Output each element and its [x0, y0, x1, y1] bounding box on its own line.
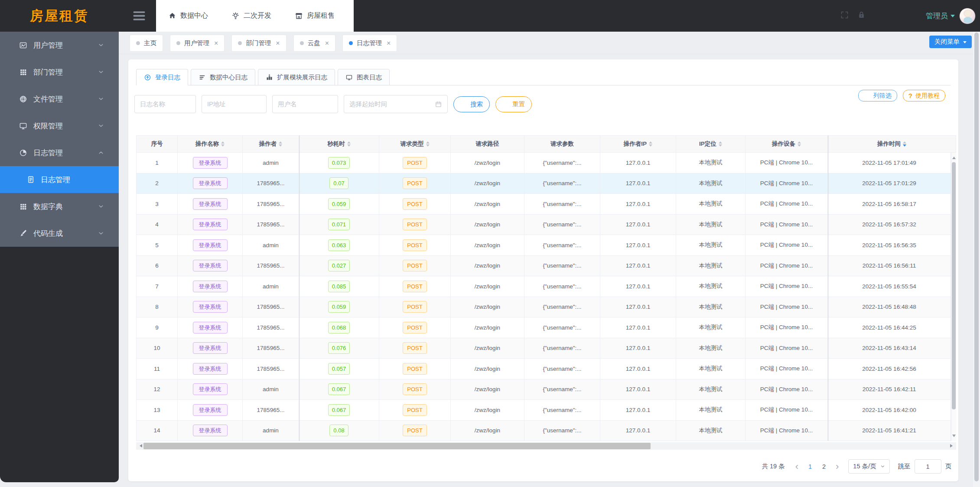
admin-dropdown[interactable]: 管理员	[926, 8, 976, 24]
page-tab-cloud-disk[interactable]: 云盘×	[293, 35, 335, 52]
tag-name: 登录系统	[193, 301, 228, 313]
column-filter-button[interactable]: 列筛选	[858, 90, 897, 101]
chevron-down-icon	[98, 42, 104, 48]
filter-input-start-time[interactable]: 选择起始时间	[344, 95, 448, 113]
page-tab-log-mgmt[interactable]: 日志管理×	[342, 35, 397, 52]
cell-operator: 1785965...	[243, 359, 299, 379]
horizontal-scrollbar-thumb[interactable]	[143, 443, 651, 449]
pagination-page-2[interactable]: 2	[818, 462, 830, 471]
tag-seconds: 0.067	[328, 404, 350, 416]
cell-time: 2022-11-05 16:55:54	[828, 276, 951, 297]
tab-close-icon[interactable]: ×	[387, 39, 391, 47]
sidebar-item-files[interactable]: 文件管理	[0, 85, 119, 112]
store-icon	[295, 12, 303, 20]
cell-params: {"username":...	[524, 173, 600, 194]
table-row: 1登录系统admin0.073POST/zwz/login{"username"…	[136, 153, 956, 173]
sidebar-subitem-log-management[interactable]: 日志管理	[0, 166, 119, 193]
sidebar-item-codegen[interactable]: 代码生成	[0, 220, 119, 247]
topnav-item-house-sale[interactable]: 房屋租售	[295, 11, 335, 20]
pagination-prev-icon[interactable]: ‹	[793, 462, 801, 471]
cell-ip: 127.0.0.1	[600, 317, 676, 338]
tag-name: 登录系统	[193, 177, 228, 189]
topnav-item-secondary-dev[interactable]: 二次开发	[231, 11, 271, 20]
lock-icon[interactable]	[857, 10, 866, 21]
cell-path: /zwz/login	[451, 256, 524, 276]
tutorial-button[interactable]: ? 使用教程	[903, 90, 945, 101]
sidebar-item-departments[interactable]: 部门管理	[0, 59, 119, 85]
scroll-right-arrow-icon[interactable]	[950, 444, 954, 448]
scroll-left-arrow-icon[interactable]	[138, 444, 142, 448]
page-size-select[interactable]: 15 条/页	[848, 459, 889, 474]
column-header-device[interactable]: 操作设备	[746, 136, 828, 152]
sidebar-item-dictionary[interactable]: 数据字典	[0, 193, 119, 220]
cell-type: POST	[379, 215, 451, 235]
tab-close-icon[interactable]: ×	[214, 39, 218, 47]
reset-button[interactable]: 重置	[495, 96, 532, 112]
sidebar-item-logs[interactable]: 日志管理	[0, 139, 119, 166]
vertical-scrollbar-thumb[interactable]	[952, 162, 956, 409]
tab-close-icon[interactable]: ×	[276, 39, 280, 47]
search-button-label: 搜索	[470, 100, 483, 108]
column-header-type[interactable]: 请求类型	[379, 136, 451, 152]
log-table: 序号操作名称操作者秒耗时请求类型请求路径请求参数操作者IPIP定位操作设备操作时…	[136, 135, 956, 441]
cell-operator: admin	[243, 276, 299, 297]
table-row: 3登录系统1785965...0.059POST/zwz/login{"user…	[136, 194, 956, 215]
cell-location: 本地测试	[676, 215, 746, 235]
log-tab-label: 登录日志	[155, 73, 180, 82]
input-placeholder: 用户名	[278, 100, 297, 108]
column-header-name[interactable]: 操作名称	[178, 136, 243, 152]
sidebar-item-permissions[interactable]: 权限管理	[0, 112, 119, 139]
jump-page-input[interactable]	[915, 459, 941, 474]
filter-input-log-name[interactable]: 日志名称	[134, 95, 196, 113]
filter-input-ip-address[interactable]: IP地址	[202, 95, 267, 113]
sidebar-item-label: 代码生成	[33, 229, 63, 239]
cell-device: PC端 | Chrome 10...	[746, 235, 828, 255]
filter-input-username[interactable]: 用户名	[272, 95, 338, 113]
scroll-up-arrow-icon[interactable]	[952, 155, 956, 159]
scroll-down-arrow-icon[interactable]	[952, 435, 956, 439]
cell-ip: 127.0.0.1	[600, 194, 676, 214]
tab-dot	[136, 41, 140, 45]
search-button[interactable]: 搜索	[453, 96, 490, 112]
column-header-location[interactable]: IP定位	[676, 136, 746, 152]
column-header-seconds[interactable]: 秒耗时	[299, 136, 379, 152]
column-label: 序号	[151, 140, 163, 148]
cell-time: 2022-11-05 16:57:32	[828, 215, 951, 235]
cell-seconds: 0.063	[299, 235, 379, 255]
topnav-item-data-center[interactable]: 数据中心	[168, 11, 208, 20]
page-tab-label: 主页	[144, 39, 156, 47]
column-header-operator[interactable]: 操作者	[243, 136, 299, 152]
log-tab-login-log[interactable]: 登录日志	[136, 69, 188, 85]
window-scrollbar-thumb[interactable]	[974, 33, 979, 481]
cell-seq: 5	[136, 235, 178, 255]
tag-type: POST	[403, 157, 427, 169]
page-tab-home[interactable]: 主页	[130, 35, 163, 52]
cell-location: 本地测试	[676, 194, 746, 214]
top-header-bar: 房屋租赁 数据中心二次开发房屋租售 管理员	[0, 0, 980, 32]
fullscreen-icon[interactable]	[840, 10, 849, 21]
table-tools: 列筛选 ? 使用教程	[858, 90, 945, 101]
column-filter-label: 列筛选	[873, 92, 892, 100]
question-icon: ?	[908, 92, 912, 99]
column-header-ip[interactable]: 操作者IP	[600, 136, 676, 152]
page-tab-dept-mgmt[interactable]: 部门管理×	[231, 35, 286, 52]
page-tab-user-mgmt[interactable]: 用户管理×	[170, 35, 225, 52]
column-label: 请求参数	[550, 140, 574, 148]
cell-type: POST	[379, 379, 451, 400]
hamburger-menu-icon[interactable]	[131, 9, 147, 23]
log-tab-module-log[interactable]: 扩展模块展示日志	[258, 69, 335, 85]
column-header-time[interactable]: 操作时间	[828, 136, 956, 152]
table-row: 9登录系统1785965...0.068POST/zwz/login{"user…	[136, 317, 956, 338]
log-tab-chart-log[interactable]: 图表日志	[338, 69, 390, 85]
tag-seconds: 0.059	[328, 301, 350, 313]
cell-location: 本地测试	[676, 235, 746, 255]
cell-device: PC端 | Chrome 10...	[746, 400, 828, 420]
log-tab-datacenter-log[interactable]: 数据中心日志	[191, 69, 255, 85]
pagination-next-icon[interactable]: ›	[833, 462, 841, 471]
sidebar-item-users[interactable]: 用户管理	[0, 32, 119, 59]
close-menu-button[interactable]: 关闭菜单	[929, 36, 972, 48]
avatar[interactable]	[959, 8, 976, 24]
sidebar-item-label: 用户管理	[33, 40, 63, 50]
tab-close-icon[interactable]: ×	[325, 39, 329, 47]
pagination-page-1[interactable]: 1	[804, 462, 816, 471]
